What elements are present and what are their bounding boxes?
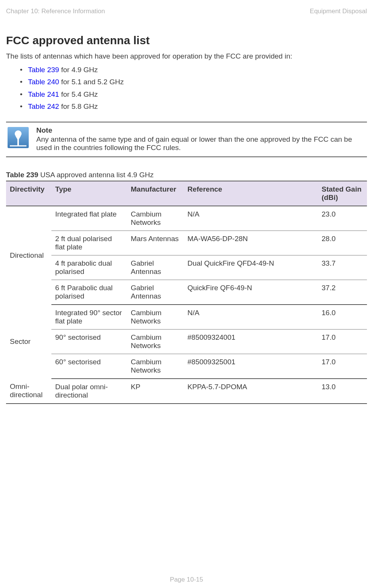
col-header-reference: Reference bbox=[184, 181, 318, 206]
note-title: Note bbox=[36, 126, 365, 135]
cell-reference: QuickFire QF6-49-N bbox=[184, 280, 318, 305]
list-item-text: for 5.4 GHz bbox=[59, 90, 98, 98]
note-icon bbox=[8, 127, 29, 148]
cell-reference: N/A bbox=[184, 206, 318, 231]
table-link[interactable]: Table 240 bbox=[28, 78, 59, 86]
cell-reference: KPPA-5.7-DPOMA bbox=[184, 379, 318, 404]
list-item: Table 239 for 4.9 GHz bbox=[26, 64, 367, 76]
table-row: 6 ft Parabolic dual polarised Gabriel An… bbox=[6, 280, 367, 305]
table-link[interactable]: Table 241 bbox=[28, 90, 59, 98]
col-header-manufacturer: Manufacturer bbox=[127, 181, 184, 206]
cell-gain: 17.0 bbox=[318, 329, 367, 354]
cell-manufacturer: Cambium Networks bbox=[127, 329, 184, 354]
table-caption: Table 239 USA approved antenna list 4.9 … bbox=[6, 171, 367, 179]
cell-type: Dual polar omni-directional bbox=[51, 379, 127, 404]
cell-reference: #85009324001 bbox=[184, 329, 318, 354]
cell-manufacturer: KP bbox=[127, 379, 184, 404]
cell-directivity: Directional bbox=[6, 206, 51, 305]
svg-rect-2 bbox=[17, 139, 19, 146]
table-header-row: Directivity Type Manufacturer Reference … bbox=[6, 181, 367, 206]
cell-type: 90° sectorised bbox=[51, 329, 127, 354]
table-row: 60° sectorised Cambium Networks #8500932… bbox=[6, 354, 367, 379]
cell-type: Integrated flat plate bbox=[51, 206, 127, 231]
cell-manufacturer: Cambium Networks bbox=[127, 206, 184, 231]
cell-type: 2 ft dual polarised flat plate bbox=[51, 231, 127, 255]
table-link[interactable]: Table 239 bbox=[28, 66, 59, 74]
bullet-list: Table 239 for 4.9 GHz Table 240 for 5.1 … bbox=[6, 64, 367, 113]
cell-gain: 23.0 bbox=[318, 206, 367, 231]
cell-gain: 13.0 bbox=[318, 379, 367, 404]
cell-manufacturer: Cambium Networks bbox=[127, 305, 184, 330]
list-item: Table 241 for 5.4 GHz bbox=[26, 89, 367, 100]
table-label: Table 239 bbox=[6, 171, 38, 179]
running-header: Chapter 10: Reference Information Equipm… bbox=[6, 8, 367, 15]
col-header-directivity: Directivity bbox=[6, 181, 51, 206]
table-caption-text: USA approved antenna list 4.9 GHz bbox=[38, 171, 153, 179]
list-item-text: for 5.8 GHz bbox=[59, 102, 98, 110]
col-header-type: Type bbox=[51, 181, 127, 206]
list-item: Table 242 for 5.8 GHz bbox=[26, 101, 367, 112]
list-item-text: for 4.9 GHz bbox=[59, 66, 98, 74]
antenna-table: Directivity Type Manufacturer Reference … bbox=[6, 181, 367, 404]
cell-gain: 16.0 bbox=[318, 305, 367, 330]
intro-paragraph: The lists of antennas which have been ap… bbox=[6, 52, 367, 60]
table-row: Omni-directional Dual polar omni-directi… bbox=[6, 379, 367, 404]
note-body: Any antenna of the same type and of gain… bbox=[36, 135, 365, 152]
cell-directivity: Omni-directional bbox=[6, 379, 51, 404]
cell-type: 60° sectorised bbox=[51, 354, 127, 379]
cell-gain: 17.0 bbox=[318, 354, 367, 379]
cell-type: 6 ft Parabolic dual polarised bbox=[51, 280, 127, 305]
header-right: Equipment Disposal bbox=[310, 8, 367, 15]
cell-reference: Dual QuickFire QFD4-49-N bbox=[184, 255, 318, 280]
header-left: Chapter 10: Reference Information bbox=[6, 8, 105, 15]
cell-reference: #85009325001 bbox=[184, 354, 318, 379]
list-item-text: for 5.1 and 5.2 GHz bbox=[59, 78, 124, 86]
col-header-gain: Stated Gain (dBi) bbox=[318, 181, 367, 206]
page-footer: Page 10-15 bbox=[0, 576, 373, 583]
table-link[interactable]: Table 242 bbox=[28, 102, 59, 110]
cell-reference: MA-WA56-DP-28N bbox=[184, 231, 318, 255]
note-block: Note Any antenna of the same type and of… bbox=[6, 122, 367, 156]
cell-manufacturer: Gabriel Antennas bbox=[127, 255, 184, 280]
cell-type: Integrated 90° sector flat plate bbox=[51, 305, 127, 330]
cell-directivity: Sector bbox=[6, 305, 51, 379]
divider bbox=[6, 156, 367, 157]
cell-gain: 37.2 bbox=[318, 280, 367, 305]
cell-gain: 33.7 bbox=[318, 255, 367, 280]
cell-manufacturer: Cambium Networks bbox=[127, 354, 184, 379]
table-row: 90° sectorised Cambium Networks #8500932… bbox=[6, 329, 367, 354]
cell-type: 4 ft parabolic dual polarised bbox=[51, 255, 127, 280]
section-title: FCC approved antenna list bbox=[6, 34, 367, 47]
table-row: Sector Integrated 90° sector flat plate … bbox=[6, 305, 367, 330]
table-row: Directional Integrated flat plate Cambiu… bbox=[6, 206, 367, 231]
list-item: Table 240 for 5.1 and 5.2 GHz bbox=[26, 76, 367, 88]
cell-manufacturer: Gabriel Antennas bbox=[127, 280, 184, 305]
table-row: 4 ft parabolic dual polarised Gabriel An… bbox=[6, 255, 367, 280]
table-row: 2 ft dual polarised flat plate Mars Ante… bbox=[6, 231, 367, 255]
cell-gain: 28.0 bbox=[318, 231, 367, 255]
cell-reference: N/A bbox=[184, 305, 318, 330]
cell-manufacturer: Mars Antennas bbox=[127, 231, 184, 255]
